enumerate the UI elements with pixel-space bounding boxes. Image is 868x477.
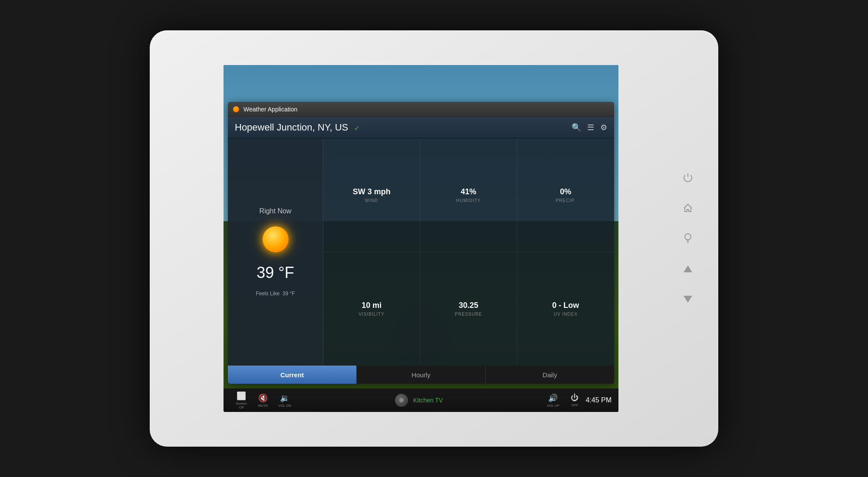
pressure-label: PRESSURE [455,312,482,317]
off-label: OFF [571,403,578,407]
media-play-button[interactable] [395,394,408,407]
stats-panel: SW 3 mph WIND 41% HUMIDITY 0% PRECIP. [323,138,614,366]
location-verified-icon: ✓ [354,124,360,132]
menu-button[interactable]: ☰ [587,123,594,132]
svg-marker-5 [684,265,692,272]
stat-humidity: 41% HUMIDITY [420,138,517,252]
uv-label: UV INDEX [554,312,578,317]
tab-daily[interactable]: Daily [486,366,614,384]
vol-down-icon: 🔉 [280,393,289,403]
stat-precip: 0% PRECIP. [517,138,614,252]
location-bar: Hopewell Junction, NY, US ✓ 🔍 ☰ ⚙ [228,117,614,138]
mute-button[interactable]: 🔇 MUTE [252,392,274,409]
tab-current[interactable]: Current [228,366,357,384]
screen-off-icon: ⬜ [237,391,246,401]
stat-visibility: 10 mi VISIBILITY [323,252,420,366]
vol-up-label: VOL UP [547,404,559,408]
svg-point-4 [685,234,691,240]
temperature-display: 39 °F [256,264,294,282]
track-name: Kitchen TV [413,397,443,404]
off-icon: ⏻ [571,393,579,402]
humidity-label: HUMIDITY [456,198,480,203]
humidity-value: 41% [460,187,476,196]
svg-marker-6 [684,296,692,303]
weather-header-title: Weather Application [243,106,297,113]
mute-icon: 🔇 [258,393,268,403]
vol-up-button[interactable]: 🔊 VOL UP [542,392,564,409]
tab-hourly[interactable]: Hourly [357,366,486,384]
screen: Home Audio Video Climate Lights Shades [224,65,618,412]
wind-value: SW 3 mph [353,187,391,196]
vol-dn-label: VOL DN [278,404,291,408]
stat-wind: SW 3 mph WIND [323,138,420,252]
visibility-label: VISIBILITY [358,312,384,317]
visibility-value: 10 mi [362,301,381,310]
power-side-button[interactable] [679,169,697,186]
screen-off-button[interactable]: ⬜ ScreenOff [230,389,252,411]
weather-panel-header: Weather Application [228,102,614,117]
wind-label: WIND [365,198,378,203]
lights-side-button[interactable] [679,230,697,247]
vol-down-button[interactable]: 🔉 VOL DN [274,392,296,409]
settings-button[interactable]: ⚙ [600,123,607,132]
pressure-value: 30.25 [459,301,478,310]
side-buttons [679,169,697,308]
location-text: Hopewell Junction, NY, US ✓ [235,122,572,133]
precip-label: PRECIP. [556,198,575,203]
header-dot [233,106,239,112]
stat-pressure: 30.25 PRESSURE [420,252,517,366]
off-button[interactable]: ⏻ OFF [564,392,585,409]
weather-tabs: Current Hourly Daily [228,366,614,384]
search-button[interactable]: 🔍 [572,123,581,132]
mute-label: MUTE [258,404,268,408]
device-frame: Home Audio Video Climate Lights Shades [150,30,718,447]
uv-value: 0 - Low [552,301,579,310]
feels-like-display: Feels Like 39 °F [256,291,295,297]
home-side-button[interactable] [679,199,697,217]
now-playing: Kitchen TV [296,394,542,407]
weather-panel: Weather Application Hopewell Junction, N… [228,102,614,384]
time-display: 4:45 PM [585,396,612,404]
weather-content-row: Right Now 39 °F Feels Like 39 °F [228,138,614,366]
control-bar: ⬜ ScreenOff 🔇 MUTE 🔉 VOL DN Kitchen TV 🔊… [224,388,618,412]
up-side-button[interactable] [679,260,697,278]
location-actions: 🔍 ☰ ⚙ [572,123,607,132]
current-conditions-panel: Right Now 39 °F Feels Like 39 °F [228,138,323,366]
stat-uv: 0 - Low UV INDEX [517,252,614,366]
right-now-label: Right Now [260,207,292,215]
vol-up-icon: 🔊 [548,393,558,403]
down-side-button[interactable] [679,291,697,308]
sun-icon [258,222,293,257]
precip-value: 0% [560,187,571,196]
